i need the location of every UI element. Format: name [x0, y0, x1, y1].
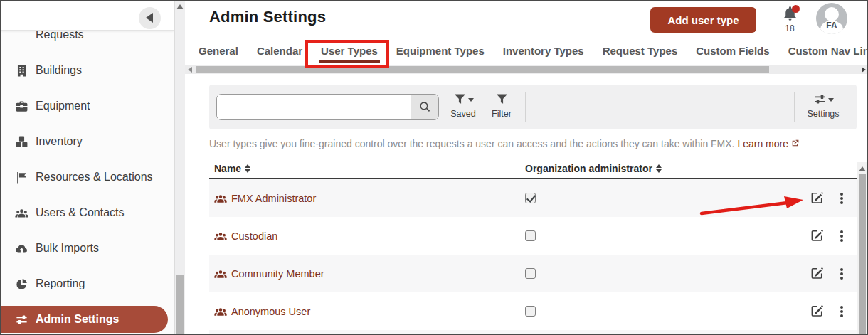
users-icon — [214, 192, 227, 205]
filter-label: Filter — [480, 109, 523, 119]
sidebar-scrollbar[interactable] — [174, 1, 185, 335]
sidebar-collapse-button[interactable] — [139, 7, 161, 29]
more-options-button[interactable] — [837, 191, 847, 206]
page-title: Admin Settings — [209, 8, 326, 26]
external-link-icon — [790, 139, 800, 148]
flag-icon — [15, 171, 28, 184]
sliders-icon — [15, 313, 28, 326]
tab-label: User Types — [321, 45, 378, 57]
add-user-type-button[interactable]: Add user type — [650, 7, 756, 33]
sidebar-item-label: Inventory — [36, 135, 83, 148]
sidebar-item[interactable]: Resources & Locations — [1, 159, 174, 195]
name-cell: FMX Administrator — [214, 179, 316, 217]
tab[interactable]: Equipment Types — [396, 42, 485, 64]
sort-icon — [245, 164, 250, 173]
org-admin-checkbox[interactable] — [525, 306, 536, 317]
filter-button[interactable]: Filter — [480, 92, 523, 119]
kebab-icon — [840, 268, 843, 271]
vertical-scrollbar-thumb[interactable] — [859, 174, 866, 335]
user-types-table: FMX Administrator Custodian Community Me… — [209, 179, 857, 330]
scroll-right-arrow-icon[interactable] — [862, 67, 866, 73]
cloud-upload-icon — [15, 242, 28, 255]
notifications-button[interactable]: 18 — [778, 5, 802, 33]
table-row — [209, 330, 857, 335]
toolbar-divider — [525, 92, 526, 122]
kebab-icon — [840, 230, 843, 233]
table-vertical-scrollbar[interactable] — [857, 162, 868, 335]
user-type-link[interactable]: Community Member — [231, 268, 324, 280]
tab[interactable]: Custom Nav Links — [788, 42, 868, 64]
table-row: Anonymous User — [209, 292, 857, 330]
scroll-up-arrow-icon[interactable] — [176, 4, 184, 9]
name-cell: Anonymous User — [214, 292, 310, 330]
saved-label: Saved — [442, 109, 485, 119]
sidebar-item-label: Resources & Locations — [36, 171, 153, 184]
sidebar-item-label: Users & Contacts — [36, 206, 124, 219]
more-options-button[interactable] — [837, 304, 847, 319]
name-cell: Custodian — [214, 217, 277, 255]
more-options-button[interactable] — [837, 267, 847, 281]
sidebar-scrollbar-thumb[interactable] — [176, 275, 184, 335]
sidebar-item[interactable]: Inventory — [1, 124, 174, 159]
notification-dot — [792, 5, 800, 13]
edit-button[interactable] — [809, 266, 825, 282]
sidebar-item[interactable]: Admin Settings — [1, 306, 168, 333]
sidebar-header — [1, 1, 174, 31]
app-window: Requests Buildings Equipment Inventory R… — [0, 0, 868, 335]
edit-button[interactable] — [809, 304, 825, 319]
sidebar-item[interactable]: Buildings — [1, 53, 174, 88]
user-type-link[interactable]: Custodian — [231, 230, 277, 242]
name-cell: Community Member — [214, 255, 324, 292]
sidebar-item-label: Bulk Imports — [36, 242, 99, 255]
table-toolbar: Saved Filter Settings — [209, 85, 857, 129]
tab-label: Equipment Types — [396, 45, 485, 57]
sidebar-item-label: Equipment — [36, 100, 90, 112]
tab[interactable]: Request Types — [603, 42, 678, 64]
toolbar-divider — [794, 92, 795, 122]
search-box — [216, 94, 439, 120]
tab[interactable]: Inventory Types — [503, 42, 584, 64]
horizontal-scrollbar-thumb[interactable] — [196, 66, 769, 73]
sidebar-item[interactable]: Users & Contacts — [1, 195, 174, 230]
users-icon — [214, 305, 227, 318]
sidebar: Requests Buildings Equipment Inventory R… — [1, 1, 174, 335]
scroll-up-arrow-icon[interactable] — [859, 166, 866, 171]
saved-filters-button[interactable]: Saved — [442, 92, 485, 119]
tab[interactable]: User Types — [321, 42, 378, 64]
kebab-icon — [840, 306, 843, 309]
more-options-button[interactable] — [837, 229, 847, 243]
sidebar-item-label: Reporting — [36, 277, 85, 290]
learn-more-link[interactable]: Learn more — [737, 138, 788, 149]
user-type-link[interactable]: FMX Administrator — [231, 193, 316, 204]
edit-button[interactable] — [809, 191, 825, 206]
sidebar-item-label: Buildings — [36, 64, 82, 77]
horizontal-scrollbar[interactable] — [185, 65, 868, 74]
sidebar-item[interactable]: Reporting — [1, 266, 174, 302]
org-admin-checkbox[interactable] — [525, 193, 536, 203]
org-admin-checkbox[interactable] — [525, 230, 536, 241]
tab[interactable]: Custom Fields — [696, 42, 769, 64]
edit-icon — [810, 191, 824, 205]
sliders-icon — [813, 92, 827, 106]
caret-down-icon — [468, 98, 474, 102]
search-input[interactable] — [217, 95, 411, 119]
edit-button[interactable] — [809, 228, 825, 244]
notification-count: 18 — [778, 23, 802, 33]
column-header-organization-administrator[interactable]: Organization administrator — [525, 163, 662, 174]
sidebar-nav: Requests Buildings Equipment Inventory R… — [1, 17, 174, 335]
table-header: Name Organization administrator — [209, 163, 857, 179]
edit-icon — [810, 304, 824, 318]
org-admin-checkbox[interactable] — [525, 268, 536, 279]
table-settings-button[interactable]: Settings — [802, 92, 845, 119]
settings-tabs: General Calendar User Types Equipment Ty… — [199, 42, 868, 64]
tab[interactable]: General — [199, 42, 238, 64]
sidebar-item[interactable]: Equipment — [1, 88, 174, 124]
user-type-link[interactable]: Anonymous User — [231, 306, 310, 317]
user-avatar[interactable]: FA — [816, 3, 847, 34]
tab-label: Inventory Types — [503, 45, 584, 57]
sidebar-item[interactable]: Bulk Imports — [1, 230, 174, 266]
scroll-left-arrow-icon[interactable] — [188, 67, 192, 73]
column-header-name[interactable]: Name — [214, 163, 250, 174]
search-button[interactable] — [411, 95, 438, 119]
tab[interactable]: Calendar — [257, 42, 302, 64]
